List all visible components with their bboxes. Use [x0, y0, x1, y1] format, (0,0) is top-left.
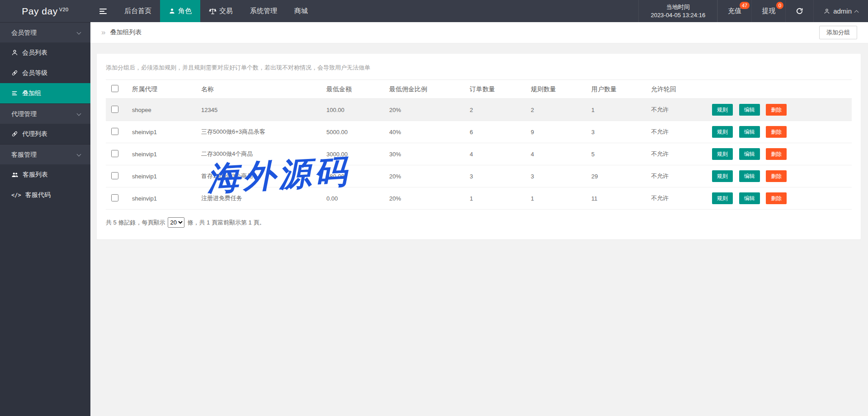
sidebar-item-label: 叠加组	[22, 89, 41, 98]
nav-item-transactions[interactable]: 交易	[200, 0, 241, 22]
user-icon	[11, 49, 18, 56]
refresh-icon	[796, 7, 803, 15]
delete-button[interactable]: 删除	[766, 192, 787, 204]
table-row: sheinvip1 三存5000做6+3商品杀客 5000.00 40% 6 9…	[106, 121, 852, 143]
edit-button[interactable]: 编辑	[739, 192, 760, 204]
nav-item-mall[interactable]: 商城	[286, 0, 316, 22]
cell-agent: shopee	[128, 99, 198, 121]
withdraw-badge: 0	[776, 2, 783, 9]
withdraw-button[interactable]: 提现 0	[751, 0, 785, 22]
cell-loop: 不允许	[647, 121, 708, 143]
table-row: sheinvip1 二存3000做4个商品 3000.00 30% 4 4 5 …	[106, 143, 852, 165]
rules-button[interactable]: 规则	[712, 192, 733, 204]
rules-button[interactable]: 规则	[712, 126, 733, 138]
sidebar: 会员管理 会员列表 会员等级 叠加组 代理管理 代理列表 客服管理 客服列表 <…	[0, 22, 90, 416]
page-size-select[interactable]: 20	[168, 217, 184, 228]
topbar-right: 当地时间 2023-04-05 13:24:16 充值 47 提现 0 admi…	[638, 0, 868, 22]
cell-min-amount: 100.00	[323, 99, 386, 121]
col-header-min-commission: 最低佣金比例	[386, 80, 466, 99]
edit-button[interactable]: 编辑	[739, 126, 760, 138]
cell-name: 12345	[198, 99, 323, 121]
cell-min-amount: 5000.00	[323, 121, 386, 143]
cell-min-commission: 20%	[386, 99, 466, 121]
col-header-min-amount: 最低金额	[323, 80, 386, 99]
table-row: sheinvip1 注册进免费任务 0.00 20% 1 1 11 不允许 规则…	[106, 187, 852, 210]
row-checkbox[interactable]	[111, 194, 118, 201]
sidebar-item-label: 客服列表	[23, 171, 48, 179]
cell-rules: 2	[527, 99, 588, 121]
cell-orders: 3	[466, 165, 527, 187]
table-header-row: 所属代理 名称 最低金额 最低佣金比例 订单数量 规则数量 用户数量 允许轮回	[106, 80, 852, 99]
menu-toggle-icon[interactable]	[90, 0, 116, 22]
sidebar-group-members[interactable]: 会员管理	[0, 22, 90, 42]
delete-button[interactable]: 删除	[766, 126, 787, 138]
cell-loop: 不允许	[647, 187, 708, 210]
row-checkbox[interactable]	[111, 128, 118, 135]
cell-rules: 1	[527, 187, 588, 210]
refresh-button[interactable]	[785, 0, 813, 22]
cell-users: 5	[588, 143, 647, 165]
admin-menu[interactable]: admin	[813, 0, 868, 22]
pagination-suffix: 條，共 1 頁當前顯示第 1 頁。	[187, 219, 265, 227]
cell-orders: 4	[466, 143, 527, 165]
sidebar-item-label: 代理列表	[22, 130, 47, 138]
delete-button[interactable]: 删除	[766, 170, 787, 182]
sidebar-item-member-level[interactable]: 会员等级	[0, 63, 90, 83]
topbar: Pay dayV20 后台首页 角色 交易 系统管理 商城 当地时间 2023-…	[0, 0, 868, 22]
cell-min-commission: 30%	[386, 143, 466, 165]
cell-name: 注册进免费任务	[198, 187, 323, 210]
cell-min-commission: 40%	[386, 121, 466, 143]
main-content: » 叠加组列表 添加分组 添加分组后，必须添加规则，并且规则需要对应好订单个数，…	[90, 22, 868, 416]
user-icon	[169, 8, 175, 14]
local-time-value: 2023-04-05 13:24:16	[651, 11, 705, 19]
nav-item-roles[interactable]: 角色	[160, 0, 200, 22]
local-time-label: 当地时间	[651, 3, 705, 11]
delete-button[interactable]: 删除	[766, 148, 787, 160]
page-title: 叠加组列表	[110, 28, 142, 37]
sidebar-group-label: 客服管理	[11, 151, 37, 158]
add-group-button[interactable]: 添加分组	[819, 26, 857, 39]
row-checkbox[interactable]	[111, 172, 118, 179]
row-checkbox[interactable]	[111, 150, 118, 157]
sidebar-group-support[interactable]: 客服管理	[0, 144, 90, 164]
cell-name: 首存1000做3个商品	[198, 165, 323, 187]
col-header-actions	[708, 80, 852, 99]
cell-users: 11	[588, 187, 647, 210]
recharge-label: 充值	[728, 7, 741, 15]
nav-item-label: 交易	[219, 7, 233, 15]
select-all-checkbox[interactable]	[111, 85, 118, 92]
col-header-orders: 订单数量	[466, 80, 527, 99]
breadcrumb-icon: »	[101, 28, 105, 37]
cell-users: 3	[588, 121, 647, 143]
row-checkbox[interactable]	[111, 106, 118, 113]
rules-button[interactable]: 规则	[712, 104, 733, 116]
nav-item-dashboard[interactable]: 后台首页	[116, 0, 160, 22]
col-header-agent: 所属代理	[128, 80, 198, 99]
table-row: shopee 12345 100.00 20% 2 2 1 不允许 规则 编辑 …	[106, 99, 852, 121]
sidebar-item-label: 客服代码	[25, 191, 51, 199]
cell-orders: 2	[466, 99, 527, 121]
top-nav: 后台首页 角色 交易 系统管理 商城	[116, 0, 316, 22]
code-icon: </>	[11, 192, 21, 198]
cell-agent: sheinvip1	[128, 121, 198, 143]
rules-button[interactable]: 规则	[712, 170, 733, 182]
nav-item-label: 系统管理	[250, 7, 277, 15]
rules-button[interactable]: 规则	[712, 148, 733, 160]
nav-item-system[interactable]: 系统管理	[241, 0, 286, 22]
cell-rules: 9	[527, 121, 588, 143]
sidebar-item-stack-group[interactable]: 叠加组	[0, 83, 90, 103]
edit-button[interactable]: 编辑	[739, 104, 760, 116]
sidebar-group-agents[interactable]: 代理管理	[0, 103, 90, 124]
recharge-button[interactable]: 充值 47	[717, 0, 751, 22]
local-time: 当地时间 2023-04-05 13:24:16	[638, 0, 717, 22]
edit-button[interactable]: 编辑	[739, 170, 760, 182]
edit-button[interactable]: 编辑	[739, 148, 760, 160]
cell-orders: 6	[466, 121, 527, 143]
delete-button[interactable]: 删除	[766, 104, 787, 116]
sidebar-item-member-list[interactable]: 会员列表	[0, 42, 90, 63]
sidebar-item-support-list[interactable]: 客服列表	[0, 164, 90, 185]
content-card: 添加分组后，必须添加规则，并且规则需要对应好订单个数，若出现不对称情况，会导致用…	[97, 54, 861, 239]
sidebar-item-agent-list[interactable]: 代理列表	[0, 124, 90, 144]
sidebar-item-support-code[interactable]: </> 客服代码	[0, 185, 90, 205]
withdraw-label: 提现	[762, 7, 775, 15]
